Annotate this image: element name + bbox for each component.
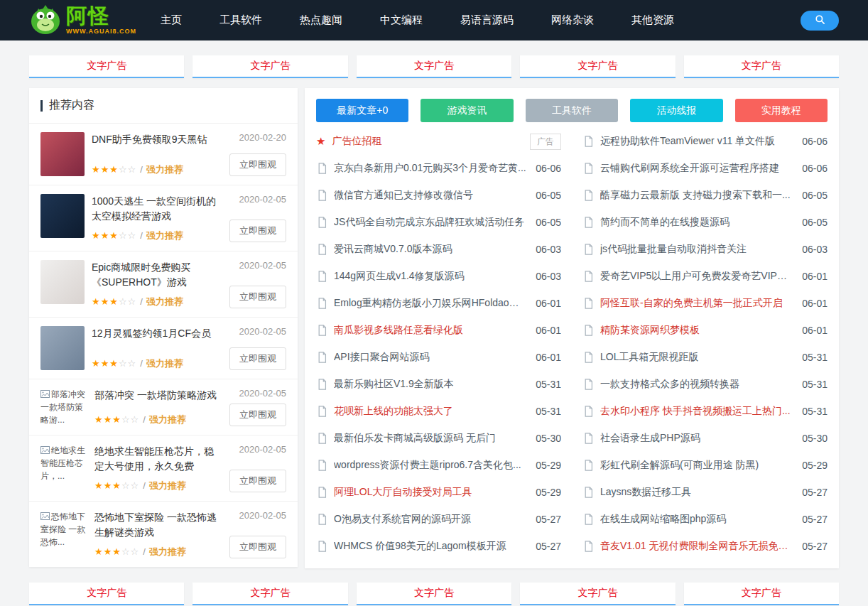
article-link[interactable]: js代码批量批量自动取消抖音关注 <box>600 243 793 256</box>
article-link[interactable]: 音友V1.01 无视付费限制全网音乐无损免费... <box>600 540 793 553</box>
category-button[interactable]: 最新文章+0 <box>316 99 408 122</box>
article-link[interactable]: LOL工具箱无限视距版 <box>600 351 793 364</box>
article-link[interactable]: 云铺购代刷网系统全开源可运营程序搭建 <box>600 162 793 175</box>
article-link[interactable]: 144g网页生成v1.4修复版源码 <box>334 270 527 283</box>
article-link[interactable]: 京东白条新用户0.01元购买3个月爱奇艺黄... <box>334 162 527 175</box>
category-button[interactable]: 工具软件 <box>526 99 618 122</box>
watch-now-button[interactable]: 立即围观 <box>229 470 286 492</box>
article-date: 05-31 <box>802 379 828 390</box>
text-ad-link[interactable]: 文字广告 <box>29 55 184 78</box>
article-thumbnail[interactable] <box>40 132 85 176</box>
article-link[interactable]: 最新乐购社区V1.9全新版本 <box>334 378 527 391</box>
site-logo[interactable]: 阿怪 WWW.AGUAI8.COM <box>29 3 136 38</box>
article-link[interactable]: 在线生成网站缩略图php源码 <box>600 513 793 526</box>
article-link[interactable]: 南瓜影视多线路任意看绿化版 <box>334 324 527 337</box>
nav-item[interactable]: 网络杂谈 <box>551 13 594 27</box>
article-link[interactable]: 简约而不简单的在线搜题源码 <box>600 216 793 229</box>
watch-now-button[interactable]: 立即围观 <box>229 153 286 176</box>
article-link[interactable]: JS代码全自动完成京东品牌狂欢城活动任务 <box>334 216 527 229</box>
watch-now-button[interactable]: 立即围观 <box>229 536 286 558</box>
watch-now-button[interactable]: 立即围观 <box>229 404 286 426</box>
text-ad-link[interactable]: 文字广告 <box>357 55 511 78</box>
article-title[interactable]: 1000天逃生 一款空间街机的太空模拟经营游戏 <box>92 194 219 224</box>
article-title[interactable]: DNF助手免费领取9天黑钻 <box>92 132 219 147</box>
article-title[interactable]: Epic商城限时免费购买《SUPERHOT》游戏 <box>92 260 219 290</box>
rating-row: ★★★☆☆/强力推荐 <box>94 546 219 558</box>
article-row: 精防某资源网织梦模板06-01 <box>582 317 828 344</box>
nav-item[interactable]: 主页 <box>161 13 182 27</box>
nav-item[interactable]: 易语言源码 <box>460 13 514 27</box>
document-icon <box>582 271 594 282</box>
article-link[interactable]: 微信官方通知已支持修改微信号 <box>334 189 527 202</box>
article-link[interactable]: 广告位招租 <box>332 135 521 148</box>
article-link[interactable]: Emlog重构精仿老版小刀娱乐网HFoldao模... <box>334 297 527 310</box>
article-title[interactable]: 绝地求生智能压枪芯片，稳定大号使用，永久免费 <box>94 444 219 474</box>
article-link[interactable]: WHMCS 价值98美元的Lagom模板开源 <box>334 540 527 553</box>
rating-row: ★★★☆☆/强力推荐 <box>92 357 219 370</box>
category-button[interactable]: 活动线报 <box>630 99 722 122</box>
star-rating-empty: ☆☆ <box>121 546 139 557</box>
article-title[interactable]: 部落冲突 一款塔防策略游戏 <box>94 388 219 403</box>
broken-image-icon[interactable]: 绝地求生智能压枪芯片，... <box>40 444 87 492</box>
rating-row: ★★★☆☆/强力推荐 <box>92 163 219 176</box>
watch-now-button[interactable]: 立即围观 <box>229 286 286 308</box>
article-link[interactable]: wordpress资源付费主题ripro6.7含美化包... <box>334 459 527 472</box>
text-ad-link[interactable]: 文字广告 <box>520 55 675 78</box>
search-button[interactable] <box>801 11 839 31</box>
article-thumbnail[interactable] <box>40 326 85 370</box>
text-ad-link[interactable]: 文字广告 <box>192 55 347 78</box>
text-ad-link[interactable]: 文字广告 <box>684 583 839 605</box>
article-date: 06-01 <box>536 298 561 309</box>
nav-item[interactable]: 工具软件 <box>219 13 262 27</box>
article-link[interactable]: O泡易支付系统官网的源码开源 <box>334 513 527 526</box>
article-link[interactable]: Laysns数据迁移工具 <box>600 486 793 499</box>
article-row: API接口聚合网站源码06-01 <box>316 344 561 371</box>
article-link[interactable]: 社会语录生成PHP源码 <box>600 432 793 445</box>
article-thumbnail[interactable] <box>40 194 85 238</box>
recommended-item: 12月灵狐签约领1月CF会员★★★☆☆/强力推荐2020-02-05立即围观 <box>29 318 298 379</box>
article-title[interactable]: 恐怖地下室探险 一款恐怖逃生解谜类游戏 <box>94 510 219 540</box>
nav-item[interactable]: 热点趣闻 <box>300 13 342 27</box>
article-link[interactable]: 阿怪互联-自家的免费主机第一批正式开启 <box>600 297 793 310</box>
watch-now-button[interactable]: 立即围观 <box>229 220 286 242</box>
broken-image-icon[interactable]: 部落冲突 一款塔防策略游... <box>40 388 87 426</box>
text-ad-link[interactable]: 文字广告 <box>684 55 839 78</box>
rating-separator: / <box>143 546 146 557</box>
document-icon <box>582 163 594 174</box>
text-ad-link[interactable]: 文字广告 <box>520 583 675 605</box>
document-icon <box>582 244 594 255</box>
document-icon <box>582 352 594 363</box>
article-date: 05-29 <box>536 460 561 471</box>
article-link[interactable]: 阿理LOL大厅自动接受对局工具 <box>334 486 527 499</box>
article-link[interactable]: 花呗新上线的功能太强大了 <box>334 405 527 418</box>
category-button[interactable]: 实用教程 <box>735 99 828 122</box>
text-ad-link[interactable]: 文字广告 <box>192 583 347 605</box>
article-thumbnail[interactable] <box>40 260 85 304</box>
nav-item[interactable]: 其他资源 <box>631 13 674 27</box>
recommend-label: 强力推荐 <box>149 414 186 425</box>
watch-now-button[interactable]: 立即围观 <box>229 347 286 370</box>
star-rating-filled: ★★★ <box>94 480 121 491</box>
article-link[interactable]: 去水印小程序 快手抖音视频搬运工上热门... <box>600 405 793 418</box>
recommended-item: 部落冲突 一款塔防策略游...部落冲突 一款塔防策略游戏★★★☆☆/强力推荐20… <box>29 379 298 435</box>
article-link[interactable]: 彩虹代刷全解源码(可商业用途 防黑) <box>600 459 793 472</box>
article-row: 144g网页生成v1.4修复版源码06-03 <box>316 263 561 290</box>
nav-item[interactable]: 中文编程 <box>380 13 423 27</box>
article-link[interactable]: 酷享磁力云最新版 支持磁力搜索下载和一... <box>600 189 793 202</box>
article-row: Emlog重构精仿老版小刀娱乐网HFoldao模...06-01 <box>316 290 561 317</box>
broken-image-icon[interactable]: 恐怖地下室探险 一款恐怖... <box>40 510 87 558</box>
text-ad-link[interactable]: 文字广告 <box>357 583 511 605</box>
article-link[interactable]: 最新伯乐发卡商城高级版源码 无后门 <box>334 432 527 445</box>
article-row: LOL工具箱无限视距版05-31 <box>582 344 828 371</box>
article-link[interactable]: 一款支持格式众多的视频转换器 <box>600 378 793 391</box>
article-link[interactable]: 爱讯云商城V0.7.0版本源码 <box>334 243 527 256</box>
article-link[interactable]: 远程协助软件TeamViewer v11 单文件版 <box>600 135 793 148</box>
document-icon <box>582 379 594 390</box>
article-title[interactable]: 12月灵狐签约领1月CF会员 <box>92 326 219 341</box>
text-ad-link[interactable]: 文字广告 <box>29 583 184 605</box>
article-link[interactable]: API接口聚合网站源码 <box>334 351 527 364</box>
site-header: 阿怪 WWW.AGUAI8.COM 主页工具软件热点趣闻中文编程易语言源码网络杂… <box>0 0 868 40</box>
article-link[interactable]: 精防某资源网织梦模板 <box>600 324 793 337</box>
article-link[interactable]: 爱奇艺VIP5以上用户可免费发爱奇艺VIP红包 <box>600 270 793 283</box>
category-button[interactable]: 游戏资讯 <box>421 99 513 122</box>
